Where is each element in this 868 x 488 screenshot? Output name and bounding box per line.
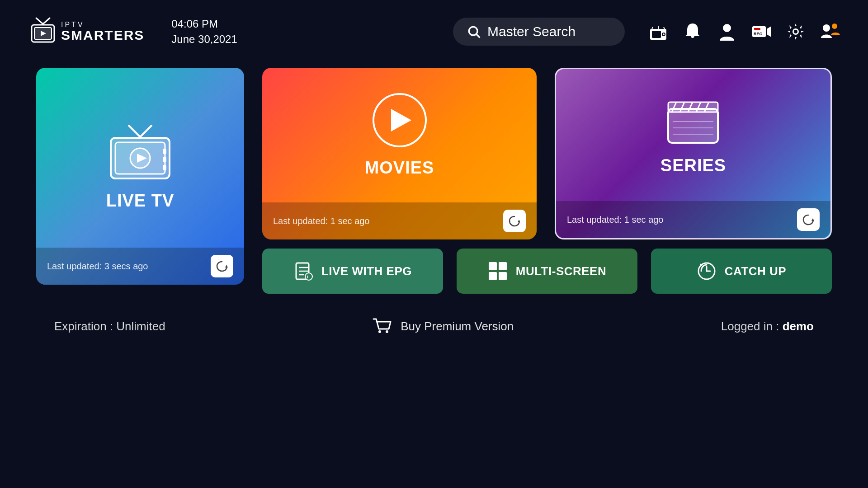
movies-play-triangle (391, 109, 411, 131)
logo-area: IPTV SMARTERS (27, 16, 144, 47)
live-tv-card[interactable]: LIVE TV Last updated: 3 secs ago (36, 68, 244, 285)
svg-rect-31 (163, 165, 166, 170)
svg-point-20 (794, 30, 797, 33)
refresh-icon (802, 213, 815, 226)
multiscreen-label: MULTI-SCREEN (516, 264, 607, 278)
logo-text: IPTV SMARTERS (61, 21, 144, 42)
series-content: SERIES (660, 69, 726, 201)
movies-play-circle (373, 93, 427, 147)
expiration-text: Expiration : Unlimited (54, 319, 165, 333)
gear-icon (786, 22, 806, 42)
current-time: 04:06 PM (171, 16, 237, 32)
bell-icon (683, 22, 703, 42)
svg-point-58 (386, 330, 388, 333)
buy-premium-text: Buy Premium Version (401, 319, 514, 333)
footer: Expiration : Unlimited Buy Premium Versi… (0, 303, 868, 350)
svg-point-49 (305, 273, 312, 280)
multiscreen-icon (488, 261, 508, 281)
live-epg-label: LIVE WITH EPG (321, 264, 412, 278)
user-icon-btn[interactable] (716, 21, 738, 42)
svg-rect-51 (489, 262, 497, 270)
live-tv-content: LIVE TV (104, 86, 176, 248)
datetime: 04:06 PM June 30,2021 (171, 16, 237, 47)
svg-text:i: i (307, 274, 308, 279)
notification-icon-btn[interactable] (682, 21, 703, 42)
movies-content: MOVIES (365, 68, 434, 202)
svg-rect-17 (754, 28, 760, 30)
svg-marker-44 (811, 218, 814, 221)
series-footer: Last updated: 1 sec ago (556, 201, 830, 238)
logged-in-label: Logged in : (721, 319, 783, 333)
record-icon: REC (751, 22, 771, 42)
header: IPTV SMARTERS 04:06 PM June 30,2021 Mast… (0, 0, 868, 63)
search-icon (467, 24, 481, 39)
right-section: MOVIES Last updated: 1 sec ago (262, 68, 832, 294)
series-title: SERIES (660, 156, 726, 175)
series-refresh-btn[interactable] (797, 208, 820, 231)
live-epg-button[interactable]: i LIVE WITH EPG (262, 249, 443, 294)
svg-line-11 (652, 27, 653, 29)
iptv-logo-icon (27, 16, 59, 47)
current-date: June 30,2021 (171, 32, 237, 47)
refresh-icon (508, 214, 521, 228)
svg-line-6 (476, 34, 480, 38)
catchup-button[interactable]: CATCH UP (651, 249, 832, 294)
svg-rect-30 (163, 157, 166, 162)
search-label: Master Search (487, 24, 576, 39)
bottom-buttons: i LIVE WITH EPG MULTI-SCREEN (262, 249, 832, 294)
svg-line-1 (43, 18, 50, 24)
svg-marker-32 (225, 265, 228, 267)
buy-premium-button[interactable]: Buy Premium Version (373, 316, 514, 336)
main-content: LIVE TV Last updated: 3 secs ago MOVIES (0, 68, 868, 294)
live-tv-title: LIVE TV (106, 191, 175, 211)
svg-line-24 (140, 126, 151, 137)
svg-point-22 (832, 23, 837, 29)
svg-text:REC: REC (754, 32, 763, 36)
radio-icon-btn[interactable] (647, 21, 669, 42)
settings-icon-btn[interactable] (785, 21, 807, 42)
catchup-icon (697, 261, 717, 281)
movies-title: MOVIES (365, 158, 434, 178)
svg-point-10 (663, 33, 665, 35)
logged-in-user: demo (783, 319, 814, 333)
cart-icon (373, 316, 392, 336)
movies-last-updated: Last updated: 1 sec ago (273, 216, 370, 226)
multiscreen-button[interactable]: MULTI-SCREEN (457, 249, 637, 294)
record-icon-btn[interactable]: REC (750, 21, 772, 42)
movies-card[interactable]: MOVIES Last updated: 1 sec ago (262, 68, 537, 239)
series-last-updated: Last updated: 1 sec ago (567, 215, 664, 225)
svg-point-57 (378, 330, 381, 333)
movies-refresh-btn[interactable] (503, 210, 526, 232)
svg-rect-34 (668, 109, 718, 143)
svg-marker-33 (518, 220, 520, 222)
series-clapperboard-icon (664, 95, 722, 145)
svg-line-23 (129, 126, 140, 137)
svg-point-5 (469, 27, 477, 35)
series-card[interactable]: SERIES Last updated: 1 sec ago (555, 68, 832, 239)
svg-rect-52 (499, 262, 507, 270)
top-cards: MOVIES Last updated: 1 sec ago (262, 68, 832, 239)
live-tv-last-updated: Last updated: 3 secs ago (47, 261, 148, 272)
svg-rect-53 (489, 272, 497, 280)
logged-in-area: Logged in : demo (721, 319, 814, 333)
live-tv-icon (104, 123, 176, 182)
svg-point-21 (823, 24, 830, 32)
refresh-icon (215, 259, 229, 273)
catchup-label: CATCH UP (725, 264, 786, 278)
movies-footer: Last updated: 1 sec ago (262, 202, 537, 239)
svg-rect-54 (499, 272, 507, 280)
svg-rect-8 (652, 31, 661, 38)
user-icon (717, 22, 737, 42)
svg-rect-29 (163, 149, 166, 154)
radio-icon (648, 22, 668, 42)
live-tv-footer: Last updated: 3 secs ago (36, 248, 244, 285)
epg-book-icon: i (293, 261, 313, 281)
profile-switch-icon (820, 22, 840, 42)
logged-in-text: Logged in : demo (721, 319, 814, 333)
search-bar[interactable]: Master Search (453, 18, 625, 46)
svg-point-14 (723, 24, 731, 32)
live-tv-refresh-btn[interactable] (211, 255, 233, 277)
header-icons: REC (647, 21, 841, 42)
svg-marker-16 (767, 26, 771, 37)
profile-switch-icon-btn[interactable] (819, 21, 841, 42)
